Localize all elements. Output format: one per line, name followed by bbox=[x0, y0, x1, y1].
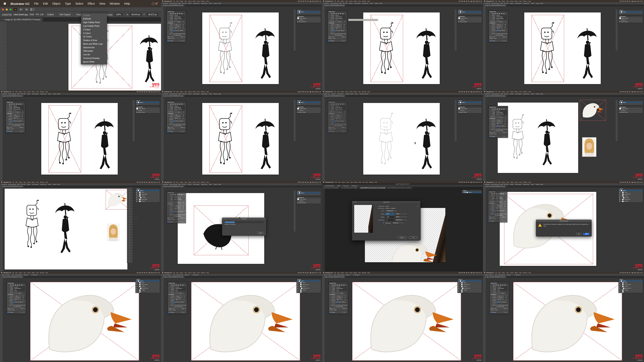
input-language-flag-icon[interactable] bbox=[632, 1, 633, 1]
layers-panel-title[interactable]: Layers bbox=[136, 188, 160, 190]
main-slider-value[interactable]: 199 bbox=[343, 111, 346, 113]
app-menu[interactable]: Illustrator CC bbox=[486, 0, 494, 2]
preview-checkbox[interactable] bbox=[329, 40, 330, 41]
paths-slider[interactable] bbox=[335, 115, 342, 115]
app-menu[interactable]: Illustrator CC bbox=[4, 182, 11, 183]
spotlight-icon[interactable] bbox=[158, 182, 158, 183]
menu-view[interactable]: View bbox=[99, 2, 105, 5]
preview-checkbox[interactable] bbox=[330, 312, 331, 313]
tools-panel[interactable] bbox=[483, 278, 486, 362]
embed-button[interactable]: Embed bbox=[45, 13, 56, 16]
siri-icon[interactable] bbox=[320, 182, 321, 183]
spotlight-icon[interactable] bbox=[158, 272, 158, 273]
main-slider-value[interactable]: 232 bbox=[343, 21, 346, 22]
menu-effect[interactable]: Effect bbox=[354, 272, 357, 273]
noise-value[interactable]: 15 px bbox=[504, 299, 508, 300]
menu-help[interactable]: Help bbox=[46, 91, 48, 92]
noise-value[interactable]: 20 px bbox=[20, 117, 24, 119]
menu-item-technical-drawing[interactable]: Technical Drawing bbox=[81, 56, 107, 60]
fill-screen-button[interactable]: Fill Screen bbox=[350, 185, 358, 187]
menu-help[interactable]: Help bbox=[528, 0, 531, 2]
menu-item-6-colors[interactable]: 6 Colors bbox=[81, 31, 107, 35]
noise-slider[interactable] bbox=[335, 27, 342, 28]
layer-name[interactable]: Layer 1 bbox=[140, 102, 143, 103]
snap-curves-checkbox[interactable] bbox=[335, 124, 336, 125]
panel-dock-icons[interactable] bbox=[132, 100, 135, 141]
menu-type[interactable]: Type bbox=[65, 2, 71, 5]
ignore-white-checkbox[interactable] bbox=[335, 125, 336, 126]
method-overlapping-icon[interactable] bbox=[15, 119, 16, 120]
ignore-white-checkbox[interactable] bbox=[13, 125, 14, 126]
y-value-input[interactable]: 26.872 px bbox=[147, 13, 158, 16]
main-slider[interactable] bbox=[13, 112, 20, 112]
document-tab[interactable]: image.ai* @ 200% (RGB/GPU Preview) bbox=[322, 95, 345, 97]
layer-row[interactable]: blonde-1078... bbox=[619, 287, 643, 289]
layer-thumbnail[interactable] bbox=[138, 102, 139, 103]
menu-file[interactable]: File bbox=[495, 182, 497, 183]
app-menu[interactable]: Illustrator CC bbox=[486, 91, 494, 92]
edit-original-button[interactable]: Edit Original bbox=[58, 13, 72, 16]
menu-help[interactable]: Help bbox=[124, 2, 130, 5]
ignore-white-checkbox[interactable] bbox=[175, 306, 176, 308]
input-language-flag-icon[interactable] bbox=[632, 91, 633, 92]
layers-panel-title[interactable]: Layers bbox=[458, 100, 482, 102]
image-trace-preset-icons[interactable] bbox=[328, 103, 347, 105]
layer-name[interactable]: Layer 1 bbox=[462, 11, 465, 12]
main-slider-value[interactable]: 199 bbox=[182, 202, 185, 203]
opacity-value[interactable]: 100% bbox=[115, 13, 122, 16]
appearance-row[interactable]: Contents bbox=[458, 19, 482, 21]
corners-slider[interactable] bbox=[174, 116, 181, 117]
apple-icon[interactable] bbox=[162, 272, 163, 273]
fills-checkbox[interactable] bbox=[496, 126, 497, 127]
main-slider[interactable] bbox=[174, 112, 182, 112]
menu-file[interactable]: File bbox=[173, 272, 175, 273]
menu-effect[interactable]: Effect bbox=[354, 91, 357, 92]
appearance-row[interactable]: Contents bbox=[619, 19, 643, 21]
menu-view[interactable]: View bbox=[197, 272, 200, 273]
height-unit-select[interactable]: Pixels bbox=[395, 216, 408, 218]
image-trace-preset-icons[interactable] bbox=[329, 284, 348, 286]
layer-row[interactable]: Layer 1 bbox=[458, 102, 482, 103]
paths-slider[interactable] bbox=[335, 24, 342, 25]
strokes-checkbox[interactable] bbox=[178, 211, 179, 212]
menu-view[interactable]: View bbox=[358, 0, 361, 2]
appearance-row[interactable]: Opacity: Default bbox=[458, 21, 482, 23]
menu-window[interactable]: Window bbox=[201, 91, 205, 92]
spotlight-icon[interactable] bbox=[480, 272, 480, 273]
tools-panel[interactable] bbox=[0, 187, 3, 272]
workspace-switcher-icon[interactable] bbox=[30, 8, 34, 11]
layer-row[interactable]: Layer 1 bbox=[619, 102, 643, 103]
app-menu[interactable]: Illustrator CC bbox=[326, 272, 333, 273]
input-language-flag-icon[interactable] bbox=[149, 182, 150, 183]
app-menu[interactable]: Illustrator CC bbox=[164, 0, 172, 2]
robot-traced-artwork[interactable] bbox=[53, 113, 76, 171]
seagull-artwork[interactable] bbox=[582, 101, 604, 119]
siri-icon[interactable] bbox=[320, 91, 321, 92]
advanced-toggle[interactable]: ▾ Advanced bbox=[490, 118, 495, 119]
menu-effect[interactable]: Effect bbox=[193, 182, 196, 183]
preview-checkbox[interactable] bbox=[169, 312, 170, 313]
menu-select[interactable]: Select bbox=[27, 272, 30, 273]
corners-slider[interactable] bbox=[13, 116, 20, 117]
apple-icon[interactable] bbox=[1, 91, 2, 92]
apple-icon[interactable] bbox=[1, 272, 2, 273]
menu-window[interactable]: Window bbox=[40, 272, 44, 273]
tools-panel[interactable] bbox=[0, 22, 7, 90]
menu-view[interactable]: View bbox=[358, 272, 361, 273]
layer-row[interactable]: seagull-2496... bbox=[619, 193, 643, 195]
gear-icon[interactable]: ⚙ bbox=[418, 206, 418, 207]
layer-row[interactable]: <Group> bbox=[136, 201, 160, 202]
siri-icon[interactable] bbox=[642, 182, 643, 183]
umbrella-man-artwork[interactable] bbox=[416, 26, 436, 82]
document-tab[interactable]: image.ai* @ 200% (RGB/GPU Preview) bbox=[0, 185, 23, 187]
layers-panel-title[interactable]: Layers bbox=[297, 279, 321, 280]
app-menu[interactable]: Photoshop CC bbox=[326, 182, 334, 183]
menu-effect[interactable]: Effect bbox=[193, 272, 196, 273]
tools-panel[interactable] bbox=[322, 189, 325, 272]
trace-button[interactable]: Trace bbox=[342, 312, 347, 313]
menu-view[interactable]: View bbox=[36, 182, 39, 183]
palette-select[interactable]: Limited bbox=[174, 110, 185, 111]
visibility-eye-icon[interactable] bbox=[458, 112, 459, 113]
ignore-white-checkbox[interactable] bbox=[497, 306, 498, 308]
fills-checkbox[interactable] bbox=[175, 302, 176, 303]
